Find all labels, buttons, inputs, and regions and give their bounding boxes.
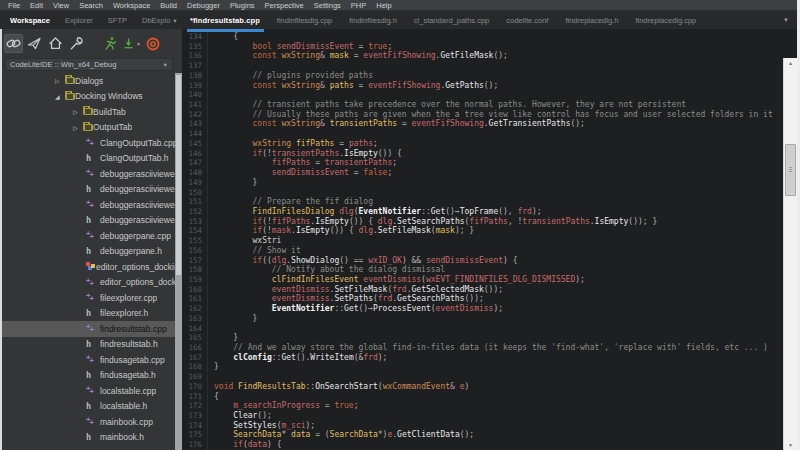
folder-file-icon xyxy=(65,93,75,100)
tab-workspace[interactable]: Workspace xyxy=(10,16,50,25)
tree-item-mainbook.h-23[interactable]: hmainbook.h xyxy=(2,430,175,446)
tree-item-OutputTab-3[interactable]: ▷OutputTab xyxy=(2,120,175,136)
menu-item-view[interactable]: View xyxy=(48,0,74,11)
tree-item-editor-options-dockin-13[interactable]: ++editor_options_dockin xyxy=(2,275,175,291)
scroll-down-icon[interactable]: ▼ xyxy=(784,442,797,448)
workspace-config-dropdown[interactable]: CodeLiteIDE :: Win_x64_Debug ▼ xyxy=(5,58,173,71)
tree-item-ClangOutputTab.cpp-4[interactable]: ++ClangOutputTab.cpp xyxy=(2,135,175,151)
tree-item-BuildTab-2[interactable]: ▷BuildTab xyxy=(2,104,175,120)
expand-icon[interactable]: ▷ xyxy=(73,108,83,115)
tree-item-label: debuggerpane.h xyxy=(100,246,162,256)
editor-tab-findinfilesdlg.cpp[interactable]: findinfilesdlg.cpp xyxy=(277,16,332,25)
tree-item-label: debuggerasciiviewerb xyxy=(100,200,175,210)
line-number: 135 xyxy=(182,42,208,52)
tree-item-localstable.h-21[interactable]: hlocalstable.h xyxy=(2,399,175,415)
tree-item-debuggerpane.h-11[interactable]: hdebuggerpane.h xyxy=(2,244,175,260)
active-tab-indicator xyxy=(187,29,264,32)
tree-item-debuggerasciiviewer.c-6[interactable]: ++debuggerasciiviewer.c xyxy=(2,166,175,182)
collapse-icon[interactable]: ◢ xyxy=(55,93,65,100)
menu-item-file[interactable]: File xyxy=(3,0,25,11)
tree-item-debuggerasciiviewerb-9[interactable]: hdebuggerasciiviewerb xyxy=(2,213,175,229)
code-line-145: 145 wxString fifPaths = paths; xyxy=(182,139,783,149)
h-file-icon: h xyxy=(86,246,100,256)
menu-item-workspace[interactable]: Workspace xyxy=(108,0,155,11)
tab-overflow-button[interactable]: ▼ xyxy=(783,17,789,23)
wrench-icon[interactable] xyxy=(67,34,86,53)
expand-icon[interactable]: ▷ xyxy=(73,124,83,131)
tree-item-label: debuggerpane.cpp xyxy=(100,231,171,241)
tree-item-mainbook.cpp-22[interactable]: ++mainbook.cpp xyxy=(2,414,175,430)
tree-scrollbar-thumb[interactable] xyxy=(176,75,181,275)
code-line-137: 137 xyxy=(182,61,783,71)
line-number: 169 xyxy=(182,372,208,382)
editor-tab--findresultstab.cpp[interactable]: *findresultstab.cpp xyxy=(190,16,260,25)
tree-item-debuggerasciiviewer.h-7[interactable]: hdebuggerasciiviewer.h xyxy=(2,182,175,198)
menu-item-edit[interactable]: Edit xyxy=(25,0,48,11)
tree-item-label: OutputTab xyxy=(93,122,132,132)
tab-sftp[interactable]: SFTP xyxy=(108,16,127,25)
chevron-down-icon[interactable]: ▼ xyxy=(136,41,141,47)
notebook-tab-bar: WorkspaceExplorerSFTPDbExplo▼ *findresul… xyxy=(0,11,797,29)
tree-item-findusagetab.h-19[interactable]: hfindusagetab.h xyxy=(2,368,175,384)
link-editor-icon[interactable] xyxy=(4,34,23,53)
code-editor[interactable]: 134 {135 bool sendDismissEvent = true;13… xyxy=(182,29,800,450)
cpp-file-icon: ++ xyxy=(86,294,100,301)
editor-scrollbar[interactable]: ▲ ▼ xyxy=(783,58,797,450)
scroll-up-icon[interactable]: ▲ xyxy=(784,60,797,66)
menu-item-build[interactable]: Build xyxy=(155,0,182,11)
tree-item-localstable.cpp-20[interactable]: ++localstable.cpp xyxy=(2,383,175,399)
menu-item-php[interactable]: PHP xyxy=(346,0,371,11)
menu-item-plugins[interactable]: Plugins xyxy=(225,0,260,11)
menu-item-help[interactable]: Help xyxy=(371,0,396,11)
tab-explorer[interactable]: Explorer xyxy=(65,16,93,25)
menu-item-debugger[interactable]: Debugger xyxy=(182,0,225,11)
tree-item-label: debuggerasciiviewer.h xyxy=(100,184,175,194)
code-area[interactable]: 134 {135 bool sendDismissEvent = true;13… xyxy=(182,32,783,450)
record-target-icon[interactable] xyxy=(143,34,162,53)
workspace-file-tree[interactable]: ▷Dialogs◢Docking Windows▷BuildTab▷Output… xyxy=(2,73,175,450)
run-icon[interactable] xyxy=(101,34,120,53)
tree-item-Docking-Windows-1[interactable]: ◢Docking Windows xyxy=(2,89,175,105)
tree-item-label: debuggerasciiviewerb xyxy=(100,215,175,225)
line-number: 144 xyxy=(182,129,208,139)
code-line-147: 147 fifPaths = transientPaths; xyxy=(182,158,783,168)
code-line-170: 170void FindResultsTab::OnSearchStart(wx… xyxy=(182,382,783,392)
tree-item-Dialogs-0[interactable]: ▷Dialogs xyxy=(2,73,175,89)
tree-item-debuggerpane.cpp-10[interactable]: ++debuggerpane.cpp xyxy=(2,228,175,244)
tab-dbexplo[interactable]: DbExplo▼ xyxy=(142,16,178,25)
expand-icon[interactable]: ▷ xyxy=(55,77,65,84)
line-number: 153 xyxy=(182,217,208,227)
tree-item-findresultstab.h-17[interactable]: hfindresultstab.h xyxy=(2,337,175,353)
menu-item-search[interactable]: Search xyxy=(74,0,108,11)
line-number: 141 xyxy=(182,100,208,110)
menu-item-perspective[interactable]: Perspective xyxy=(260,0,309,11)
send-icon[interactable] xyxy=(25,34,44,53)
editor-tab-findreplacedlg.h[interactable]: findreplacedlg.h xyxy=(565,16,618,25)
chevron-down-icon: ▼ xyxy=(163,62,168,68)
code-line-166: 166 // And we alway store the global fin… xyxy=(182,343,783,353)
line-number: 151 xyxy=(182,197,208,207)
menu-item-settings[interactable]: Settings xyxy=(309,0,346,11)
tree-item-editor-options-dockin-12[interactable]: editor_options_dockin xyxy=(2,259,175,275)
tree-item-fileexplorer.h-15[interactable]: hfileexplorer.h xyxy=(2,306,175,322)
editor-scrollbar-thumb[interactable] xyxy=(785,144,796,196)
tree-item-ClangOutputTab.h-5[interactable]: hClangOutputTab.h xyxy=(2,151,175,167)
tree-item-findresultstab.cpp-16[interactable]: ++findresultstab.cpp xyxy=(2,321,175,337)
build-icon[interactable]: ▼ xyxy=(122,34,141,53)
line-number: 140 xyxy=(182,90,208,100)
line-number: 162 xyxy=(182,304,208,314)
editor-tab-codelite.conf[interactable]: codelite.conf xyxy=(506,16,548,25)
tree-item-findusagetab.cpp-18[interactable]: ++findusagetab.cpp xyxy=(2,352,175,368)
editor-tab-findreplacedlg.cpp[interactable]: findreplacedlg.cpp xyxy=(635,16,696,25)
tree-item-fileexplorer.cpp-14[interactable]: ++fileexplorer.cpp xyxy=(2,290,175,306)
line-number: 174 xyxy=(182,421,208,431)
tree-scrollbar[interactable] xyxy=(175,73,182,450)
editor-tab-cl-standard-paths.cpp[interactable]: cl_standard_paths.cpp xyxy=(414,16,489,25)
cpp-file-icon: ++ xyxy=(86,279,100,286)
code-line-156: 156 // Show it xyxy=(182,246,783,256)
tree-item-label: Dialogs xyxy=(75,76,103,86)
editor-tab-findinfilesdlg.h[interactable]: findinfilesdlg.h xyxy=(349,16,397,25)
tree-item-debuggerasciiviewerb-8[interactable]: ++debuggerasciiviewerb xyxy=(2,197,175,213)
cpp-file-icon: ++ xyxy=(86,201,100,208)
home-icon[interactable] xyxy=(46,34,65,53)
